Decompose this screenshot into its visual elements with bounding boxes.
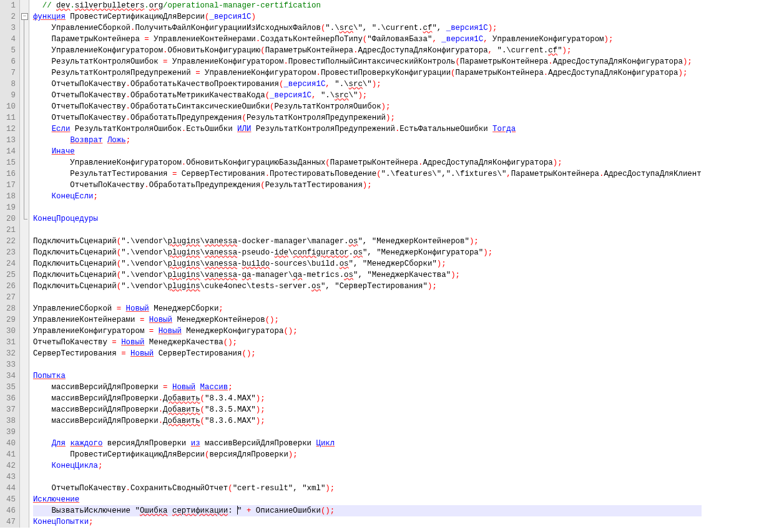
code-line[interactable]: ПодключитьСценарий(".\vendor\plugins\van… xyxy=(33,236,702,247)
line-number[interactable]: 6 xyxy=(6,56,16,67)
line-number[interactable]: 47 xyxy=(6,516,16,528)
line-number[interactable]: 41 xyxy=(6,449,16,460)
line-number[interactable]: 28 xyxy=(6,303,16,314)
line-number[interactable]: 18 xyxy=(6,191,16,202)
line-number[interactable]: 10 xyxy=(6,101,16,112)
line-number[interactable]: 46 xyxy=(6,505,16,516)
code-line[interactable]: ОтчетыПоКачеству.СохранитьСводныйОтчет("… xyxy=(33,483,702,494)
line-number[interactable]: 27 xyxy=(6,292,16,303)
line-number[interactable]: 1 xyxy=(6,0,16,11)
code-line[interactable] xyxy=(33,472,702,483)
code-line[interactable]: КонецПопытки; xyxy=(33,516,702,528)
line-number-gutter[interactable]: 1234567891011121314151617181920212223242… xyxy=(0,0,20,528)
line-number[interactable]: 34 xyxy=(6,370,16,382)
code-line[interactable]: УправлениеСборкой.ПолучитьФайлКонфигурац… xyxy=(33,22,702,34)
code-line[interactable]: РезультатКонтроляОшибок = УправлениеКонф… xyxy=(33,56,702,67)
code-line[interactable]: ОтчетыПоКачеству.ОбработатьПредупреждени… xyxy=(33,180,702,191)
line-number[interactable]: 25 xyxy=(6,269,16,281)
code-line[interactable] xyxy=(33,225,702,236)
code-line[interactable]: // dev.silverbulleters.org/operational-m… xyxy=(33,0,702,11)
code-line[interactable]: УправлениеКонтейнерами = Новый МенеджерК… xyxy=(33,314,702,326)
line-number[interactable]: 30 xyxy=(6,326,16,337)
line-number[interactable]: 2 xyxy=(6,11,16,22)
line-number[interactable]: 14 xyxy=(6,146,16,157)
fold-toggle-icon[interactable]: − xyxy=(21,13,28,20)
line-number[interactable]: 23 xyxy=(6,247,16,258)
code-editor[interactable]: 1234567891011121314151617181920212223242… xyxy=(0,0,759,528)
line-number[interactable]: 45 xyxy=(6,494,16,505)
code-line[interactable]: ОтчетыПоКачеству.ОбработатьСинтаксически… xyxy=(33,101,702,112)
line-number[interactable]: 5 xyxy=(6,45,16,56)
code-line[interactable]: КонецЦикла; xyxy=(33,460,702,472)
code-line[interactable]: Исключение xyxy=(33,494,702,505)
line-number[interactable]: 29 xyxy=(6,314,16,326)
code-line[interactable]: ВызватьИсключение "Ошибка сертификации: … xyxy=(33,505,702,516)
line-number[interactable]: 22 xyxy=(6,236,16,247)
code-line[interactable]: УправлениеСборкой = Новый МенеджерСборки… xyxy=(33,303,702,314)
code-line[interactable]: ПодключитьСценарий(".\vendor\plugins\van… xyxy=(33,247,702,258)
code-line[interactable]: ПодключитьСценарий(".\vendor\plugins\cuk… xyxy=(33,281,702,292)
code-line[interactable] xyxy=(33,359,702,370)
code-line[interactable]: КонецЕсли; xyxy=(33,191,702,202)
code-line[interactable]: массивВерсийДляПроверки = Новый Массив; xyxy=(33,382,702,393)
line-number[interactable]: 12 xyxy=(6,123,16,135)
code-line[interactable]: УправлениеКонфигуратором.ОбновитьКонфигу… xyxy=(33,157,702,168)
line-number[interactable]: 43 xyxy=(6,472,16,483)
line-number[interactable]: 26 xyxy=(6,281,16,292)
line-number[interactable]: 31 xyxy=(6,337,16,348)
line-number[interactable]: 3 xyxy=(6,22,16,34)
code-line[interactable]: ОтчетыПоКачеству.ОбработатьКачествоПроек… xyxy=(33,79,702,90)
code-line[interactable]: ПодключитьСценарий(".\vendor\plugins\van… xyxy=(33,258,702,269)
line-number[interactable]: 24 xyxy=(6,258,16,269)
fold-column[interactable]: − xyxy=(20,0,29,528)
code-line[interactable]: ОтчетыПоКачеству.ОбработатьПредупреждени… xyxy=(33,112,702,123)
code-line[interactable] xyxy=(33,427,702,438)
code-line[interactable]: ПодключитьСценарий(".\vendor\plugins\van… xyxy=(33,269,702,281)
code-line[interactable] xyxy=(33,292,702,303)
code-area[interactable]: // dev.silverbulleters.org/operational-m… xyxy=(29,0,702,528)
code-line[interactable]: РезультатТестирования = СерверТестирован… xyxy=(33,168,702,180)
line-number[interactable]: 21 xyxy=(6,225,16,236)
code-line[interactable]: РезультатКонтроляПредупрежений = Управле… xyxy=(33,67,702,79)
line-number[interactable]: 44 xyxy=(6,483,16,494)
line-number[interactable]: 39 xyxy=(6,427,16,438)
line-number[interactable]: 37 xyxy=(6,404,16,415)
code-line[interactable]: ПровестиСертификациюДляВерсии(версияДляП… xyxy=(33,449,702,460)
code-line[interactable]: УправлениеКонфигуратором = Новый Менедже… xyxy=(33,326,702,337)
code-line[interactable]: Попытка xyxy=(33,370,702,382)
line-number[interactable]: 32 xyxy=(6,348,16,359)
code-line[interactable]: Если РезультатКонтроляОшибок.ЕстьОшибки … xyxy=(33,123,702,135)
line-number[interactable]: 15 xyxy=(6,157,16,168)
code-line[interactable]: ОтчетыПоКачеству = Новый МенеджерКачеств… xyxy=(33,337,702,348)
code-line[interactable] xyxy=(33,202,702,213)
code-line[interactable]: СерверТестирования = Новый СерверТестиро… xyxy=(33,348,702,359)
code-line[interactable]: ОтчетыПоКачеству.ОбработатьМетрикиКачест… xyxy=(33,90,702,101)
code-line[interactable]: ПараметрыКонтейнера = УправлениеКонтейне… xyxy=(33,34,702,45)
line-number[interactable]: 9 xyxy=(6,90,16,101)
code-line[interactable]: массивВерсийДляПроверки.Добавить("8.3.5.… xyxy=(33,404,702,415)
code-line[interactable]: массивВерсийДляПроверки.Добавить("8.3.6.… xyxy=(33,415,702,427)
line-number[interactable]: 13 xyxy=(6,135,16,146)
line-number[interactable]: 19 xyxy=(6,202,16,213)
line-number[interactable]: 7 xyxy=(6,67,16,79)
line-number[interactable]: 33 xyxy=(6,359,16,370)
line-number[interactable]: 17 xyxy=(6,180,16,191)
line-number[interactable]: 35 xyxy=(6,382,16,393)
code-line[interactable]: УправлениеКонфигуратором.ОбновитьКонфигу… xyxy=(33,45,702,56)
line-number[interactable]: 8 xyxy=(6,79,16,90)
code-line[interactable]: Для каждого версияДляПроверки из массивВ… xyxy=(33,438,702,449)
code-line[interactable]: функция ПровестиСертификациюДляВерсии(_в… xyxy=(33,11,702,22)
code-line[interactable]: КонецПроцедуры xyxy=(33,213,702,225)
line-number[interactable]: 4 xyxy=(6,34,16,45)
code-line[interactable]: массивВерсийДляПроверки.Добавить("8.3.4.… xyxy=(33,393,702,404)
code-line[interactable]: Иначе xyxy=(33,146,702,157)
code-line[interactable]: Возврат Ложь; xyxy=(33,135,702,146)
line-number[interactable]: 20 xyxy=(6,213,16,225)
line-number[interactable]: 40 xyxy=(6,438,16,449)
code-token: // xyxy=(42,1,56,10)
line-number[interactable]: 16 xyxy=(6,168,16,180)
line-number[interactable]: 36 xyxy=(6,393,16,404)
line-number[interactable]: 42 xyxy=(6,460,16,472)
line-number[interactable]: 11 xyxy=(6,112,16,123)
line-number[interactable]: 38 xyxy=(6,415,16,427)
